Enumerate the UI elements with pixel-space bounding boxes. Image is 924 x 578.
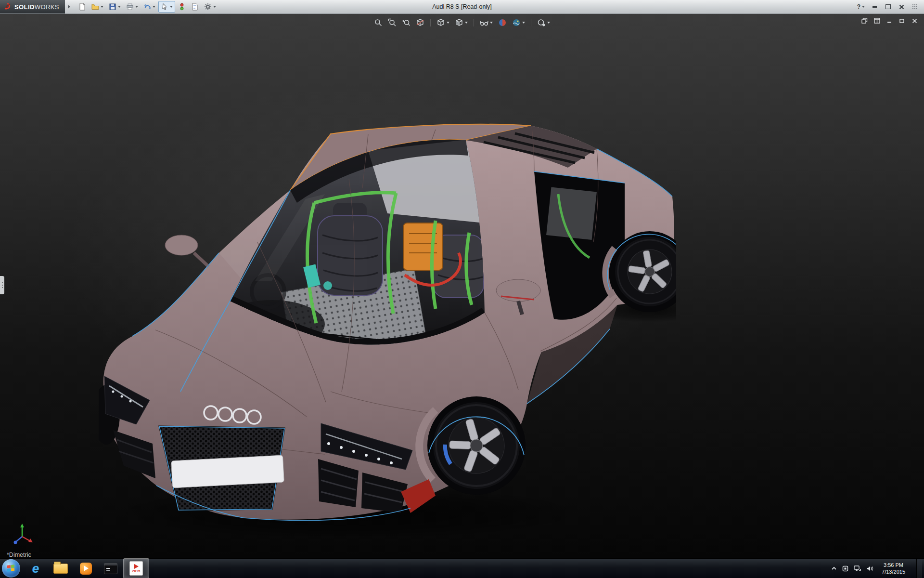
window-controls: ?	[855, 2, 924, 12]
select-button[interactable]	[158, 1, 175, 13]
print-dropdown-icon[interactable]	[135, 6, 138, 8]
show-desktop-button[interactable]	[916, 559, 922, 578]
zoom-to-fit-icon	[374, 18, 383, 27]
edit-appearance-button[interactable]	[496, 17, 509, 28]
close-button[interactable]	[895, 2, 908, 12]
folder-icon	[53, 564, 68, 574]
clock-time: 3:56 PM	[882, 562, 905, 568]
undo-button[interactable]	[141, 1, 158, 13]
new-document-button[interactable]	[76, 1, 89, 13]
view-settings-icon	[537, 18, 546, 27]
internet-explorer-icon: e	[32, 562, 39, 575]
taskbar-clock[interactable]: 3:56 PM 7/13/2015	[879, 562, 908, 576]
apply-scene-button[interactable]	[510, 17, 527, 28]
solidworks-app-icon: 2015	[129, 561, 143, 576]
restore-document-icon	[899, 18, 905, 24]
model-region[interactable]	[99, 122, 676, 536]
apply-scene-icon	[512, 18, 521, 27]
taskbar-command-prompt[interactable]	[98, 559, 123, 578]
display-style-dropdown-icon[interactable]	[465, 22, 468, 24]
cascade-window-icon	[861, 18, 868, 24]
section-view-button[interactable]	[414, 17, 426, 28]
restore-icon	[886, 4, 891, 9]
close-document-icon	[912, 18, 917, 24]
view-orientation-button[interactable]	[435, 17, 451, 28]
undo-dropdown-icon[interactable]	[153, 6, 155, 8]
car-model[interactable]	[99, 122, 676, 536]
system-tray: 3:56 PM 7/13/2015	[831, 559, 924, 578]
show-hidden-icons-button[interactable]	[831, 566, 837, 571]
edit-appearance-ball-icon	[498, 18, 507, 27]
zoom-to-area-icon	[388, 18, 397, 27]
windows-flag-icon	[7, 565, 15, 572]
title-bar: SOLIDWORKS	[0, 0, 924, 14]
network-button[interactable]	[854, 565, 861, 572]
select-dropdown-icon[interactable]	[170, 6, 173, 8]
quick-access-options-button[interactable]	[909, 2, 921, 12]
restore-document-button[interactable]	[897, 16, 907, 25]
help-button[interactable]: ?	[855, 2, 867, 12]
open-folder-icon	[91, 3, 99, 11]
select-cursor-icon	[161, 3, 168, 11]
print-button[interactable]	[124, 1, 141, 13]
options-button[interactable]	[202, 1, 218, 13]
view-settings-dropdown-icon[interactable]	[547, 22, 550, 24]
open-button[interactable]	[89, 1, 106, 13]
previous-view-button[interactable]	[400, 17, 412, 28]
minimize-button[interactable]	[868, 2, 881, 12]
help-dropdown-icon[interactable]	[862, 6, 865, 8]
license-plate[interactable]	[171, 455, 284, 488]
view-settings-button[interactable]	[535, 17, 552, 28]
rebuild-button[interactable]	[176, 1, 188, 13]
minimize-icon	[873, 6, 877, 8]
taskbar-internet-explorer[interactable]: e	[23, 559, 48, 578]
view-orientation-cube-icon	[436, 18, 445, 27]
tile-window-button[interactable]	[872, 16, 882, 25]
menu-expand-chevron-icon[interactable]	[68, 5, 70, 9]
taskbar-solidworks[interactable]: 2015	[123, 558, 149, 578]
rebuild-icon	[178, 3, 186, 11]
previous-view-icon	[402, 18, 411, 27]
tray-app-icon	[842, 565, 848, 572]
hide-show-dropdown-icon[interactable]	[490, 22, 493, 24]
left-mirror[interactable]	[165, 235, 208, 266]
tray-app-button[interactable]	[842, 565, 848, 572]
dassault-systemes-logo-icon	[4, 3, 12, 11]
feature-manager-collapsed-handle[interactable]	[0, 276, 4, 294]
save-button[interactable]	[106, 1, 123, 13]
network-icon	[854, 565, 861, 572]
minimize-document-button[interactable]	[885, 16, 894, 25]
apply-scene-dropdown-icon[interactable]	[522, 22, 525, 24]
handle-dots-icon	[2, 285, 3, 286]
graphics-viewport[interactable]: *Dimetric	[0, 13, 924, 559]
zoom-to-area-button[interactable]	[386, 17, 398, 28]
close-document-button[interactable]	[910, 16, 919, 25]
hide-show-glasses-icon	[480, 18, 488, 27]
new-document-icon	[78, 3, 86, 11]
file-properties-button[interactable]	[189, 1, 201, 13]
hide-show-items-button[interactable]	[478, 17, 495, 28]
quick-access-grid-icon	[912, 4, 917, 9]
save-dropdown-icon[interactable]	[118, 6, 121, 8]
start-button[interactable]	[2, 559, 20, 578]
taskbar-media-player[interactable]	[73, 559, 98, 578]
display-style-icon	[455, 18, 463, 27]
display-style-button[interactable]	[453, 17, 470, 28]
brand-text-bold: SOLID	[14, 3, 35, 11]
file-properties-icon	[191, 3, 199, 11]
zoom-to-fit-button[interactable]	[372, 17, 385, 28]
undo-arrow-icon	[143, 3, 151, 11]
tile-window-icon	[874, 18, 880, 24]
clock-date: 7/13/2015	[882, 568, 905, 575]
volume-button[interactable]	[866, 565, 873, 572]
options-dropdown-icon[interactable]	[213, 6, 216, 8]
media-player-icon	[80, 563, 92, 575]
toolbar-separator	[474, 19, 474, 26]
restore-button[interactable]	[882, 2, 894, 12]
taskbar-file-explorer[interactable]	[48, 559, 73, 578]
open-dropdown-icon[interactable]	[101, 6, 103, 8]
cascade-window-button[interactable]	[860, 16, 869, 25]
volume-icon	[866, 565, 873, 572]
minimize-document-icon	[887, 18, 892, 23]
view-orientation-dropdown-icon[interactable]	[447, 22, 449, 24]
